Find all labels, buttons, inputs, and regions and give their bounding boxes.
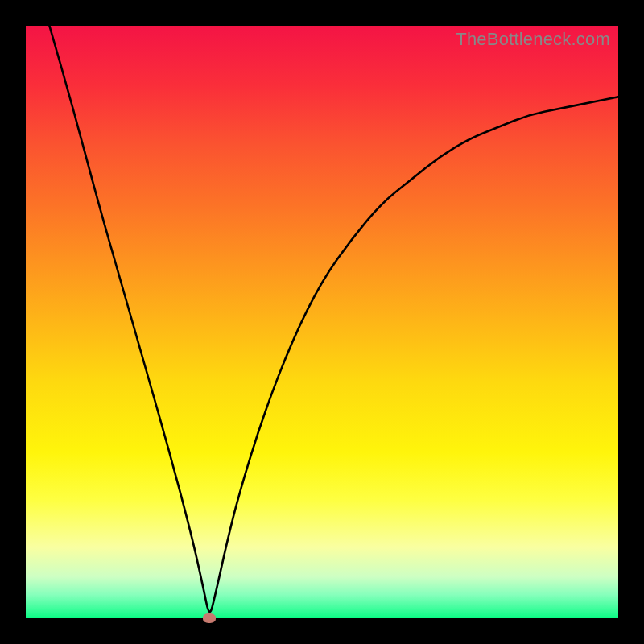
- minimum-marker: [203, 613, 216, 623]
- plot-area: TheBottleneck.com: [26, 26, 618, 618]
- bottleneck-curve-path: [49, 26, 618, 612]
- curve-svg: [26, 26, 618, 618]
- chart-frame: TheBottleneck.com: [0, 0, 644, 644]
